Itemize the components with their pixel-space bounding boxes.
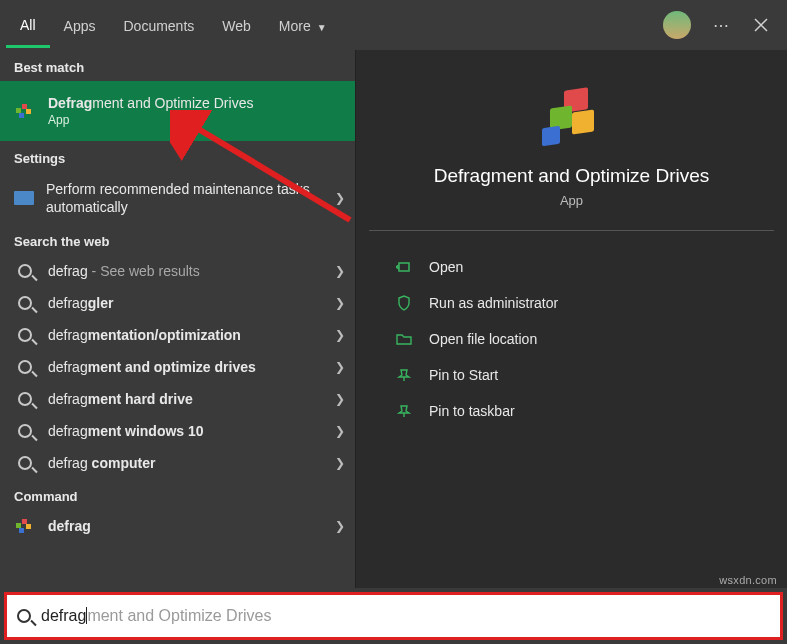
- search-icon: [18, 392, 32, 406]
- search-icon: [18, 328, 32, 342]
- chevron-right-icon: ❯: [335, 456, 345, 470]
- ellipsis-icon[interactable]: ⋯: [701, 5, 741, 45]
- chevron-right-icon: ❯: [335, 296, 345, 310]
- chevron-right-icon: ❯: [335, 328, 345, 342]
- section-settings: Settings: [0, 141, 355, 172]
- chevron-right-icon: ❯: [335, 191, 345, 205]
- detail-subtitle: App: [560, 193, 583, 208]
- action-pin-to-taskbar[interactable]: Pin to taskbar: [375, 393, 768, 429]
- web-result-0[interactable]: defrag - See web results ❯: [0, 255, 355, 287]
- search-icon: [18, 360, 32, 374]
- section-command: Command: [0, 479, 355, 510]
- section-search-web: Search the web: [0, 224, 355, 255]
- start-search-window: All Apps Documents Web More▼ ⋯ Best matc…: [0, 0, 787, 644]
- tab-web[interactable]: Web: [208, 4, 265, 46]
- search-icon: [17, 609, 31, 623]
- web-result-6[interactable]: defrag computer ❯: [0, 447, 355, 479]
- tab-bar: All Apps Documents Web More▼ ⋯: [0, 0, 787, 50]
- defrag-icon: [16, 104, 34, 118]
- settings-result[interactable]: Perform recommended maintenance tasks au…: [0, 172, 355, 224]
- defrag-app-icon: [542, 89, 602, 145]
- search-typed-text: defragment and Optimize Drives: [41, 607, 271, 625]
- action-pin-to-start[interactable]: Pin to Start: [375, 357, 768, 393]
- web-result-4[interactable]: defragment hard drive ❯: [0, 383, 355, 415]
- detail-panel: Defragment and Optimize Drives App Open …: [355, 50, 787, 588]
- action-open[interactable]: Open: [375, 249, 768, 285]
- open-icon: [395, 260, 413, 274]
- action-run-as-admin[interactable]: Run as administrator: [375, 285, 768, 321]
- web-result-5[interactable]: defragment windows 10 ❯: [0, 415, 355, 447]
- tab-documents[interactable]: Documents: [109, 4, 208, 46]
- svg-rect-0: [399, 263, 409, 271]
- maintenance-icon: [14, 191, 34, 205]
- watermark: wsxdn.com: [719, 574, 777, 586]
- tab-more[interactable]: More▼: [265, 4, 341, 46]
- search-icon: [18, 264, 32, 278]
- chevron-right-icon: ❯: [335, 519, 345, 533]
- close-icon[interactable]: [741, 5, 781, 45]
- search-icon: [18, 456, 32, 470]
- web-result-2[interactable]: defragmentation/optimization ❯: [0, 319, 355, 351]
- chevron-right-icon: ❯: [335, 424, 345, 438]
- action-open-file-location[interactable]: Open file location: [375, 321, 768, 357]
- tab-all[interactable]: All: [6, 3, 50, 48]
- chevron-right-icon: ❯: [335, 264, 345, 278]
- search-bar[interactable]: defragment and Optimize Drives: [4, 592, 783, 640]
- search-icon: [18, 424, 32, 438]
- shield-icon: [395, 295, 413, 311]
- section-best-match: Best match: [0, 50, 355, 81]
- folder-icon: [395, 332, 413, 346]
- search-icon: [18, 296, 32, 310]
- pin-icon: [395, 404, 413, 418]
- avatar[interactable]: [663, 11, 691, 39]
- best-match-result[interactable]: Defragment and Optimize Drives App: [0, 81, 355, 141]
- chevron-right-icon: ❯: [335, 392, 345, 406]
- pin-icon: [395, 368, 413, 382]
- web-result-3[interactable]: defragment and optimize drives ❯: [0, 351, 355, 383]
- tab-apps[interactable]: Apps: [50, 4, 110, 46]
- web-result-1[interactable]: defraggler ❯: [0, 287, 355, 319]
- results-panel: Best match Defragment and Optimize Drive…: [0, 50, 355, 588]
- chevron-right-icon: ❯: [335, 360, 345, 374]
- command-result[interactable]: defrag ❯: [0, 510, 355, 542]
- detail-title: Defragment and Optimize Drives: [434, 165, 710, 187]
- defrag-icon: [16, 519, 34, 533]
